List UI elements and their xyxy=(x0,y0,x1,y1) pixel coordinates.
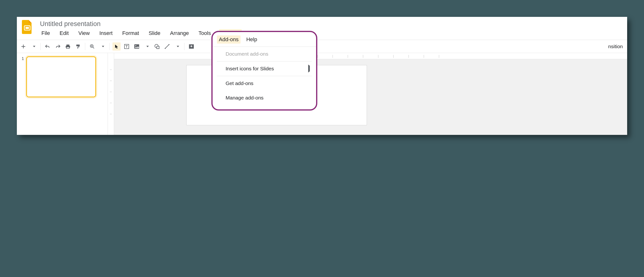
image-dropdown[interactable] xyxy=(143,42,151,51)
thumb-number: 1 xyxy=(22,56,24,61)
new-slide-button[interactable] xyxy=(19,42,28,51)
addons-dropdown: Add-ons Help Document add-ons Insert ico… xyxy=(212,31,317,111)
menu-arrange[interactable]: Arrange xyxy=(168,29,190,37)
separator xyxy=(184,43,184,50)
vertical-ruler: ––––– xyxy=(108,53,114,135)
menu-tools[interactable]: Tools xyxy=(197,29,212,37)
new-slide-dropdown[interactable] xyxy=(29,42,38,51)
dd-tab-help[interactable]: Help xyxy=(244,36,259,44)
line-tool[interactable] xyxy=(163,42,171,51)
dd-get-addons[interactable]: Get add-ons xyxy=(212,76,316,91)
svg-rect-2 xyxy=(66,45,69,46)
doc-title[interactable]: Untitled presentation xyxy=(40,20,262,29)
workspace: 1 ––––– |||||||||| xyxy=(17,53,627,135)
svg-rect-5 xyxy=(76,45,80,46)
dd-document-addons: Document add-ons xyxy=(212,47,316,61)
slides-logo-icon xyxy=(21,20,33,34)
line-dropdown[interactable] xyxy=(173,42,181,51)
print-button[interactable] xyxy=(64,42,72,51)
svg-rect-8 xyxy=(134,44,139,49)
menu-edit[interactable]: Edit xyxy=(58,29,70,37)
undo-button[interactable] xyxy=(44,42,52,51)
chevron-right-icon xyxy=(308,66,310,72)
toolbar: nsition xyxy=(17,40,627,53)
slide-thumbnail-1[interactable] xyxy=(26,56,96,97)
menu-insert[interactable]: Insert xyxy=(98,29,114,37)
image-tool[interactable] xyxy=(133,42,141,51)
horizontal-ruler: |||||||||| xyxy=(114,53,627,59)
svg-rect-11 xyxy=(157,46,159,49)
shape-tool[interactable] xyxy=(153,42,161,51)
menu-view[interactable]: View xyxy=(77,29,91,37)
svg-point-9 xyxy=(135,45,136,46)
textbox-tool[interactable] xyxy=(122,42,131,51)
zoom-button[interactable] xyxy=(88,42,96,51)
menu-file[interactable]: File xyxy=(40,29,51,37)
redo-button[interactable] xyxy=(54,42,62,51)
paint-format-button[interactable] xyxy=(74,42,82,51)
svg-rect-1 xyxy=(26,27,29,29)
app-window: Untitled presentation File Edit View Ins… xyxy=(17,17,627,135)
dd-insert-icons[interactable]: Insert icons for Slides xyxy=(212,61,316,76)
transition-button[interactable]: nsition xyxy=(608,44,625,49)
select-tool[interactable] xyxy=(112,42,120,51)
separator xyxy=(40,43,41,50)
separator xyxy=(85,43,85,50)
transition-label: nsition xyxy=(608,44,623,49)
dd-tab-addons[interactable]: Add-ons xyxy=(217,36,240,44)
menu-format[interactable]: Format xyxy=(121,29,140,37)
menu-slide[interactable]: Slide xyxy=(147,29,162,37)
svg-rect-4 xyxy=(66,47,69,48)
zoom-dropdown[interactable] xyxy=(98,42,106,51)
svg-point-12 xyxy=(165,48,166,49)
canvas-area: |||||||||| xyxy=(114,53,627,135)
separator xyxy=(109,43,110,50)
comment-button[interactable] xyxy=(187,42,196,51)
svg-point-13 xyxy=(168,44,170,45)
header: Untitled presentation File Edit View Ins… xyxy=(17,17,627,40)
slide-thumbnails: 1 xyxy=(17,53,108,135)
dd-manage-addons[interactable]: Manage add-ons xyxy=(212,91,316,105)
